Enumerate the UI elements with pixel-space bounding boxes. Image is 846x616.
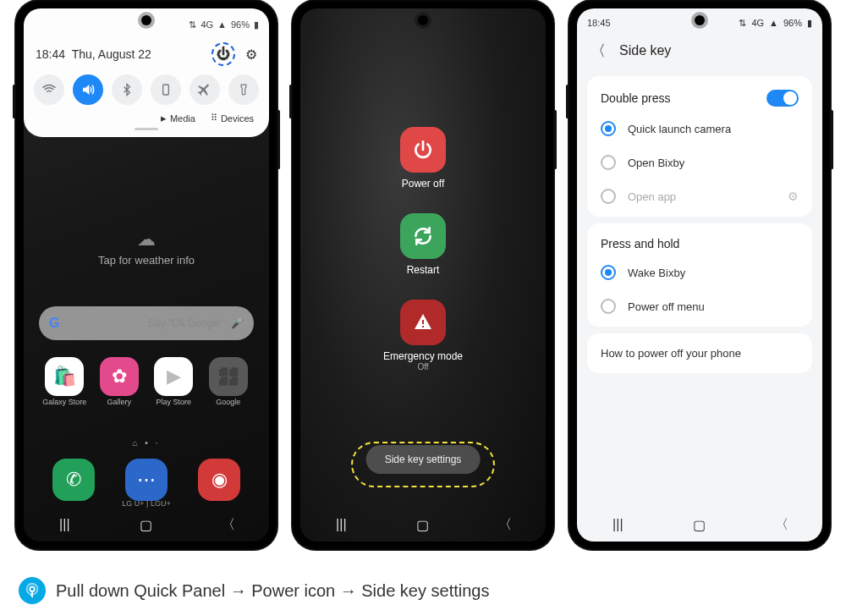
option-quick-launch-camera[interactable]: Quick launch camera — [587, 112, 812, 146]
nav-bar: ||| ▢ 〈 — [300, 508, 546, 542]
network-label: 4G — [751, 18, 764, 28]
svg-point-1 — [30, 586, 35, 591]
page-indicator[interactable]: ⌂ • · — [24, 438, 269, 448]
carrier-label: LG U+ | LGU+ — [24, 499, 269, 508]
svg-rect-0 — [163, 85, 169, 95]
app-gallery[interactable]: ✿ Gallery — [94, 357, 146, 406]
phone-frame-3: 18:45 ⇅ 4G ▲ 96% ▮ 〈 Side key Double pre… — [569, 0, 831, 550]
app-galaxy-store[interactable]: 🛍️ Galaxy Store — [39, 357, 91, 406]
double-press-title: Double press — [601, 91, 671, 105]
power-off-button[interactable]: Power off — [400, 127, 446, 190]
nav-back[interactable]: 〈 — [492, 516, 518, 534]
app-play-store[interactable]: ▶ Play Store — [148, 357, 200, 406]
nav-recent[interactable]: ||| — [605, 517, 630, 532]
nav-recent[interactable]: ||| — [328, 517, 354, 532]
caption-text: Pull down Quick Panel → Power icon → Sid… — [56, 581, 489, 601]
weather-widget[interactable]: ☁ Tap for weather info — [24, 228, 269, 267]
nav-home[interactable]: ▢ — [134, 517, 159, 533]
google-g-icon: G — [49, 316, 59, 331]
option-open-bixby[interactable]: Open Bixby — [587, 146, 812, 179]
date-time[interactable]: 18:44 Thu, August 22 — [36, 47, 151, 61]
search-hint: Say "Ok Google" — [148, 317, 224, 329]
tap-gesture-icon — [19, 577, 46, 604]
media-button[interactable]: ▸Media — [161, 112, 195, 124]
nav-home[interactable]: ▢ — [687, 517, 712, 533]
quick-toggles — [34, 74, 259, 105]
power-icon-highlight: ⏻ — [212, 42, 235, 66]
double-press-card: Double press Quick launch camera Open Bi… — [587, 76, 812, 217]
sound-toggle[interactable] — [73, 74, 103, 105]
camera-hole — [141, 15, 151, 25]
mic-icon[interactable]: 🎤 — [231, 317, 244, 329]
power-off-label: Power off — [402, 178, 444, 190]
battery-label: 96% — [231, 19, 250, 30]
dock-phone[interactable]: ✆ — [39, 459, 108, 503]
time-label: 18:44 — [36, 47, 65, 61]
radio-icon — [601, 155, 616, 170]
camera-hole — [418, 15, 428, 25]
time-label: 18:45 — [587, 18, 611, 28]
option-wake-bixby[interactable]: Wake Bixby — [587, 256, 812, 289]
rotation-toggle[interactable] — [151, 74, 181, 105]
power-menu: Power off Restart Emergency mode Off — [300, 127, 546, 371]
google-search-bar[interactable]: G Say "Ok Google" 🎤 — [39, 306, 254, 340]
settings-gear-icon[interactable]: ⚙ — [245, 47, 257, 63]
signal-icon: ▲ — [217, 19, 227, 30]
emergency-label: Emergency mode — [383, 350, 463, 362]
side-key-settings-button[interactable]: Side key settings — [366, 445, 481, 474]
restart-button[interactable]: Restart — [400, 213, 446, 276]
airplane-toggle[interactable] — [190, 74, 220, 105]
radio-icon — [601, 265, 616, 280]
phone-frame-2: Power off Restart Emergency mode Off — [292, 0, 554, 550]
phone-frame-1: ⇅ 4G ▲ 96% ▮ 18:44 Thu, August 22 ⏻ — [15, 0, 277, 550]
emergency-sub-label: Off — [383, 362, 463, 371]
battery-label: 96% — [783, 18, 802, 28]
radio-icon — [601, 189, 616, 204]
option-power-off-menu[interactable]: Power off menu — [587, 289, 812, 323]
page-title: Side key — [619, 43, 671, 58]
nav-back[interactable]: 〈 — [769, 516, 794, 534]
wifi-toggle[interactable] — [34, 74, 64, 105]
press-hold-card: Press and hold Wake Bixby Power off menu — [587, 223, 812, 327]
dock-messages[interactable]: ⋯ — [112, 459, 181, 503]
battery-icon: ▮ — [254, 19, 259, 30]
nav-recent[interactable]: ||| — [52, 517, 77, 532]
restart-label: Restart — [407, 264, 440, 276]
flashlight-toggle[interactable] — [228, 74, 259, 105]
network-label: 4G — [201, 19, 213, 30]
bluetooth-toggle[interactable] — [112, 74, 142, 105]
double-press-switch[interactable] — [766, 90, 799, 107]
back-icon[interactable]: 〈 — [591, 41, 606, 61]
panel-drag-handle[interactable] — [135, 128, 158, 130]
nav-back[interactable]: 〈 — [216, 516, 241, 534]
radio-icon — [601, 299, 616, 314]
radio-icon — [601, 121, 616, 136]
app-grid: 🛍️ Galaxy Store ✿ Gallery ▶ Play Store ⬛… — [39, 357, 254, 406]
settings-header: 〈 Side key — [577, 32, 822, 69]
signal-icon: ▲ — [769, 18, 778, 28]
nav-bar: ||| ▢ 〈 — [24, 508, 269, 542]
nav-bar: ||| ▢ 〈 — [577, 508, 822, 542]
battery-icon: ▮ — [807, 18, 812, 29]
open-app-gear-icon[interactable]: ⚙ — [788, 190, 799, 203]
cloud-icon: ☁ — [24, 228, 269, 250]
lte-icon: ⇅ — [739, 18, 746, 29]
instruction-caption: Pull down Quick Panel → Power icon → Sid… — [19, 577, 838, 604]
quick-panel[interactable]: ⇅ 4G ▲ 96% ▮ 18:44 Thu, August 22 ⏻ — [24, 8, 269, 137]
lte-icon: ⇅ — [189, 19, 196, 30]
devices-button[interactable]: ⠿Devices — [211, 112, 254, 124]
option-open-app[interactable]: Open app ⚙ — [587, 179, 812, 213]
power-icon[interactable]: ⏻ — [217, 47, 230, 62]
how-to-power-off[interactable]: How to power off your phone — [587, 333, 812, 373]
emergency-mode-button[interactable]: Emergency mode Off — [383, 300, 463, 371]
nav-home[interactable]: ▢ — [410, 517, 436, 533]
date-label: Thu, August 22 — [72, 47, 151, 61]
dock-camera[interactable]: ◉ — [184, 459, 254, 503]
app-google-folder[interactable]: ⬛⬛⬛⬛ Google — [203, 357, 255, 406]
dock: ✆ ⋯ ◉ — [39, 459, 254, 503]
press-hold-title: Press and hold — [601, 237, 679, 250]
weather-hint: Tap for weather info — [98, 254, 195, 267]
camera-hole — [695, 15, 705, 25]
